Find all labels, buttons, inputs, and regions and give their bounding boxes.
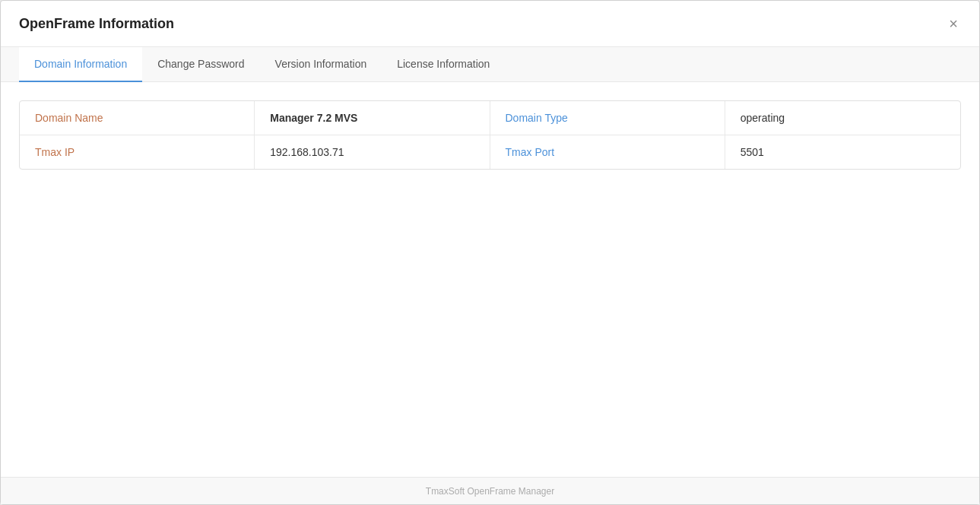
- close-button[interactable]: ×: [946, 13, 961, 34]
- openframe-dialog: OpenFrame Information × Domain Informati…: [0, 0, 980, 505]
- domain-name-label: Domain Name: [20, 101, 255, 135]
- domain-type-value: operating: [725, 101, 960, 135]
- domain-type-label: Domain Type: [490, 101, 725, 135]
- domain-info-table: Domain Name Manager 7.2 MVS Domain Type …: [19, 100, 961, 170]
- tmax-port-value: 5501: [725, 135, 960, 169]
- domain-name-value: Manager 7.2 MVS: [255, 101, 490, 135]
- tab-domain-information[interactable]: Domain Information: [19, 47, 142, 82]
- tab-version-information[interactable]: Version Information: [260, 47, 382, 82]
- tmax-port-label: Tmax Port: [490, 135, 725, 169]
- footer-text: TmaxSoft OpenFrame Manager: [426, 486, 554, 497]
- tab-change-password[interactable]: Change Password: [142, 47, 259, 82]
- table-row: Domain Name Manager 7.2 MVS Domain Type …: [20, 101, 960, 135]
- tmax-ip-value: 192.168.103.71: [255, 135, 490, 169]
- dialog-content: Domain Name Manager 7.2 MVS Domain Type …: [1, 82, 979, 477]
- dialog-header: OpenFrame Information ×: [1, 1, 979, 47]
- tab-license-information[interactable]: License Information: [382, 47, 505, 82]
- dialog-title: OpenFrame Information: [19, 16, 174, 32]
- tabs-bar: Domain Information Change Password Versi…: [1, 47, 979, 82]
- tmax-ip-label: Tmax IP: [20, 135, 255, 169]
- dialog-footer: TmaxSoft OpenFrame Manager: [1, 477, 979, 504]
- table-row: Tmax IP 192.168.103.71 Tmax Port 5501: [20, 135, 960, 169]
